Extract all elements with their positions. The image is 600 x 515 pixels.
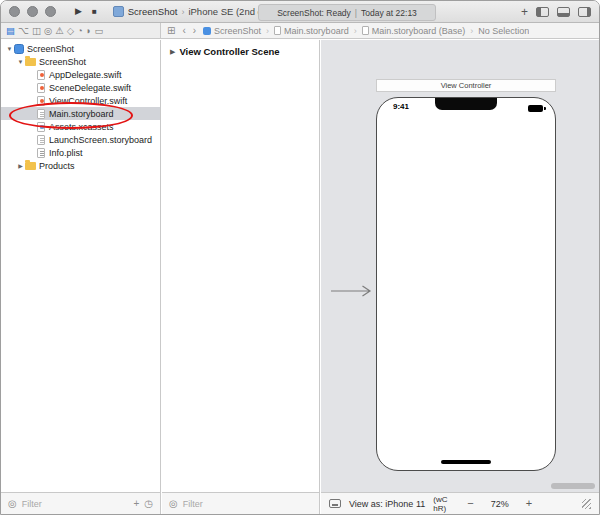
storyboard-canvas[interactable]: View Controller 9:41 [321,40,599,492]
tree-item-launchscreen-storyboard[interactable]: LaunchScreen.storyboard [1,133,160,146]
zoom-in-button[interactable]: + [526,498,532,509]
device-notch [435,98,497,110]
project-mini-icon [203,27,211,35]
debug-navigator-icon[interactable]: ◔ [77,26,83,36]
breadcrumb-separator: › [354,26,357,36]
view-controller-view[interactable]: 9:41 [376,97,556,471]
breadcrumb-label: Main.storyboard (Base) [372,26,466,36]
toolbar-right-controls: + [521,1,591,23]
activity-viewer: ScreenShot: Ready | Today at 22:13 [258,4,436,21]
tree-item-products[interactable]: ▶Products [1,159,160,172]
breadcrumb-item[interactable]: ScreenShot [203,26,261,36]
breadcrumb-item[interactable]: Main.storyboard [274,26,349,36]
test-navigator-icon[interactable]: ◇ [67,26,74,36]
symbol-navigator-icon[interactable]: ◫ [32,26,41,36]
swift-file-icon [37,83,45,93]
tree-item-main-storyboard[interactable]: Main.storyboard [1,107,160,120]
toolbar: ▶ ■ ScreenShot › iPhone SE (2nd generati… [1,1,599,23]
back-button[interactable]: ‹ [182,26,185,36]
inspector-toggle-icon[interactable] [578,7,591,17]
project-file-icon [14,44,24,54]
library-icon[interactable]: + [521,6,528,18]
tree-item-screenshot[interactable]: ▼ScreenShot [1,55,160,68]
zoom-window-button[interactable] [45,6,56,17]
debug-area-toggle-icon[interactable] [557,7,570,17]
tree-item-label: LaunchScreen.storyboard [49,135,152,145]
close-button[interactable] [9,6,20,17]
filter-icon[interactable]: ◎ [8,499,17,509]
issue-navigator-icon[interactable]: ⚠ [55,26,64,36]
filter-icon[interactable]: ◎ [169,499,178,509]
xcode-window: ▶ ■ ScreenShot › iPhone SE (2nd generati… [0,0,600,515]
jump-bar: ⊞ ‹ › ScreenShot›Main.storyboard›Main.st… [161,23,599,38]
scheme-separator: › [181,7,184,17]
stop-button[interactable]: ■ [92,8,97,16]
zoom-out-button[interactable]: − [467,498,473,509]
tree-item-label: ScreenShot [39,57,86,67]
breadcrumb-item[interactable]: No Selection [478,26,529,36]
tree-item-viewcontroller-swift[interactable]: ViewController.swift [1,94,160,107]
activity-divider: | [355,8,357,18]
battery-icon [528,105,543,112]
navigator-strip: ▤⌥◫◎⚠◇◔◗▭ [1,23,161,38]
tree-item-label: Info.plist [49,148,83,158]
project-navigator-panel: ▼ScreenShot▼ScreenShotAppDelegate.swiftS… [1,40,161,492]
report-navigator-icon[interactable]: ▭ [95,26,104,36]
breadcrumb-separator: › [266,26,269,36]
swift-file-icon [37,96,45,106]
breadcrumb-separator: › [470,26,473,36]
tree-item-scenedelegate-swift[interactable]: SceneDelegate.swift [1,81,160,94]
related-items-icon[interactable]: ⊞ [167,26,175,36]
breadcrumb-item[interactable]: Main.storyboard (Base) [362,26,466,36]
initial-view-controller-arrow-icon [331,284,377,298]
outline-scene-row[interactable]: ▶ View Controller Scene [162,40,319,57]
breadcrumb-label: Main.storyboard [284,26,349,36]
device-configuration-icon[interactable] [329,499,341,508]
scene-titlebar[interactable]: View Controller [376,79,556,92]
tree-item-assets-xcassets[interactable]: Assets.xcassets [1,120,160,133]
add-icon[interactable]: + [133,499,139,509]
source-control-navigator-icon[interactable]: ⌥ [18,26,29,36]
tree-item-label: Main.storyboard [49,109,114,119]
tree-item-label: SceneDelegate.swift [49,83,131,93]
disclosure-triangle-icon[interactable]: ▶ [170,48,175,56]
zoom-level[interactable]: 72% [491,499,509,509]
scheme-app-icon [113,6,124,17]
disclosure-triangle-icon[interactable]: ▼ [16,59,25,65]
swift-file-icon [37,70,45,80]
file-tree: ▼ScreenShot▼ScreenShotAppDelegate.swiftS… [1,40,160,172]
tree-item-info-plist[interactable]: Info.plist [1,146,160,159]
storyboard-file-icon [37,135,45,145]
scene-title-label: View Controller [441,81,492,90]
resize-grip-icon[interactable] [582,499,591,509]
scheme-name: ScreenShot [128,6,178,17]
forward-button[interactable]: › [193,26,196,36]
tree-item-screenshot[interactable]: ▼ScreenShot [1,42,160,55]
project-navigator-icon[interactable]: ▤ [6,26,15,36]
document-outline-panel: ▶ View Controller Scene [162,40,320,492]
minimize-button[interactable] [27,6,38,17]
tree-item-label: Assets.xcassets [49,122,114,132]
tree-item-label: ScreenShot [27,44,74,54]
navigator-toggle-icon[interactable] [536,7,549,17]
navigator-filter-input[interactable]: Filter [22,499,42,509]
breadcrumb: ScreenShot›Main.storyboard›Main.storyboa… [203,26,529,36]
doc-mini-icon [362,26,369,35]
breakpoint-navigator-icon[interactable]: ◗ [86,26,92,36]
tree-item-appdelegate-swift[interactable]: AppDelegate.swift [1,68,160,81]
outline-filter-bar: ◎ Filter [162,492,320,514]
view-as-label[interactable]: View as: iPhone 11 [349,499,425,509]
run-button[interactable]: ▶ [75,7,82,16]
disclosure-triangle-icon[interactable]: ▼ [5,46,14,52]
find-navigator-icon[interactable]: ◎ [44,26,52,36]
activity-time: Today at 22:13 [361,8,417,18]
horizontal-scrollbar-thumb[interactable] [551,483,595,489]
activity-project-status: ScreenShot: Ready [277,8,351,18]
disclosure-triangle-icon[interactable]: ▶ [16,163,25,169]
outline-filter-input[interactable]: Filter [183,499,203,509]
doc-mini-icon [274,26,281,35]
scene-label: View Controller Scene [179,46,279,57]
recent-files-icon[interactable]: ◷ [144,499,153,509]
tree-item-label: AppDelegate.swift [49,70,122,80]
canvas-bottom-bar: View as: iPhone 11 (wC hR) − 72% + [321,492,599,514]
